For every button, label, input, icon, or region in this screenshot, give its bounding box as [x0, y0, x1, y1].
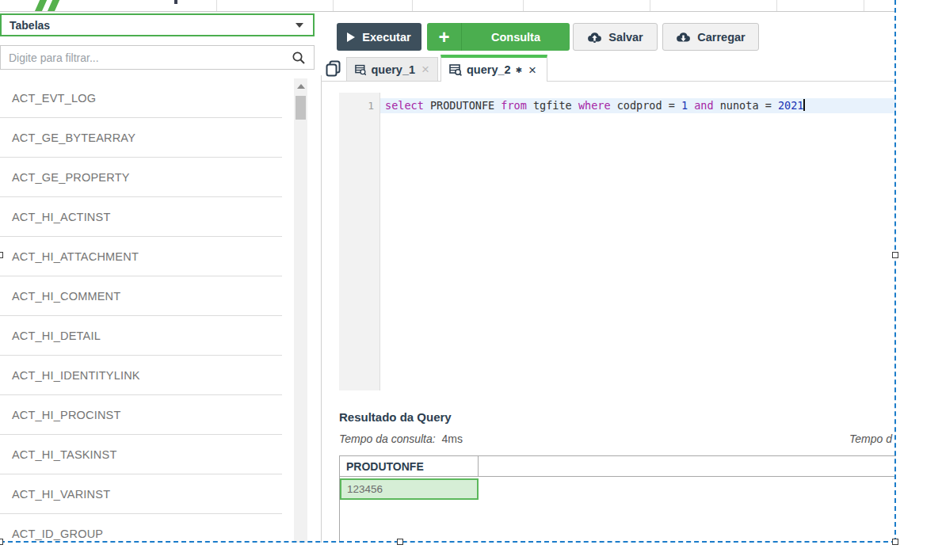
tab-label: query_1 — [371, 63, 415, 76]
table-list-item[interactable]: ACT_HI_COMMENT — [0, 276, 282, 316]
nav-divider — [216, 0, 217, 11]
filter-input[interactable] — [1, 51, 292, 64]
marquee-handle[interactable] — [892, 539, 898, 545]
table-list-item[interactable]: ACT_HI_ACTINST — [0, 197, 282, 237]
table-name: ACT_GE_BYTEARRAY — [12, 131, 135, 144]
sidebar-scrollbar-track[interactable] — [294, 78, 307, 543]
query-table-icon — [355, 63, 366, 76]
table-list-item[interactable]: ACT_ID_GROUP — [0, 514, 282, 543]
table-name: ACT_EVT_LOG — [12, 92, 96, 105]
table-name: ACT_HI_IDENTITYLINK — [12, 369, 140, 382]
table-list-item[interactable]: ACT_GE_BYTEARRAY — [0, 118, 282, 158]
table-name: ACT_HI_PROCINST — [12, 409, 121, 421]
logo-icon — [47, 0, 62, 12]
close-tab-icon[interactable]: × — [528, 63, 536, 77]
results-table-border — [339, 455, 896, 456]
results-cell-selected[interactable]: 123456 — [340, 478, 479, 500]
table-list-item[interactable]: ACT_HI_DETAIL — [0, 316, 282, 356]
query-time: Tempo da consulta: 4ms — [339, 432, 463, 445]
panel-divider — [321, 75, 322, 543]
text-cursor — [803, 99, 805, 111]
marquee-handle[interactable] — [0, 539, 3, 545]
table-name: ACT_HI_COMMENT — [12, 290, 120, 303]
plus-icon: + — [427, 23, 462, 51]
sql-token: = — [669, 99, 681, 112]
tab-query-2[interactable]: query_2 ✱ × — [440, 55, 547, 82]
execute-button-label: Executar — [362, 31, 410, 44]
sql-token: nunota — [714, 99, 765, 112]
save-button[interactable]: Salvar — [573, 23, 658, 51]
marquee-handle[interactable] — [0, 252, 3, 258]
nav-divider — [864, 0, 864, 11]
table-name: ACT_HI_DETAIL — [12, 330, 101, 342]
scrollbar-up-arrow-icon[interactable] — [297, 84, 305, 89]
close-tab-icon[interactable]: × — [421, 63, 429, 76]
load-button[interactable]: Carregar — [662, 23, 759, 51]
table-list-item[interactable]: ACT_HI_ATTACHMENT — [0, 237, 282, 276]
tables-list: ACT_EVT_LOG ACT_GE_BYTEARRAY ACT_GE_PROP… — [0, 78, 294, 543]
table-name: ACT_ID_GROUP — [12, 528, 103, 540]
sql-editor-line[interactable]: select PRODUTONFE from tgfite where codp… — [385, 99, 805, 112]
marquee-handle[interactable] — [892, 252, 898, 258]
tables-dropdown[interactable]: Tabelas — [0, 13, 315, 36]
filter-input-wrap — [0, 45, 315, 70]
table-list-item[interactable]: ACT_GE_PROPERTY — [0, 158, 282, 197]
sql-token: from — [501, 99, 527, 112]
nav-divider — [412, 0, 413, 11]
tabbar-border — [547, 81, 896, 82]
capture-marquee-right-edge[interactable] — [894, 0, 896, 543]
line-number: 1 — [339, 100, 374, 112]
sql-token: 2021 — [778, 99, 804, 112]
marquee-handle[interactable] — [397, 539, 403, 545]
results-title: Resultado da Query — [339, 410, 452, 424]
table-name: ACT_HI_TASKINST — [12, 448, 116, 461]
results-column-header[interactable]: PRODUTONFE — [346, 460, 424, 473]
table-list-item[interactable]: ACT_EVT_LOG — [0, 78, 282, 118]
nav-divider — [650, 0, 650, 11]
save-button-label: Salvar — [608, 31, 643, 44]
sql-token: codprod — [611, 99, 669, 112]
nav-divider — [776, 0, 777, 11]
results-table-border — [478, 455, 479, 477]
modified-indicator: ✱ — [516, 66, 522, 74]
cloud-upload-icon — [587, 32, 602, 43]
sql-token: and — [694, 99, 713, 112]
table-name: ACT_GE_PROPERTY — [12, 171, 130, 184]
nav-divider — [523, 0, 524, 11]
tabbar-border — [321, 81, 441, 82]
duplicate-tab-icon[interactable] — [324, 59, 342, 78]
table-name: ACT_HI_ACTINST — [12, 211, 110, 223]
query-table-icon — [449, 63, 462, 76]
sql-token: select — [385, 99, 424, 112]
editor-gutter — [339, 93, 380, 390]
logo-icon — [34, 0, 49, 12]
cloud-download-icon — [676, 32, 691, 43]
query-time-label: Tempo da consulta: — [339, 432, 436, 445]
capture-marquee-bottom-edge[interactable] — [0, 541, 896, 543]
table-list-item[interactable]: ACT_HI_VARINST — [0, 474, 282, 514]
sql-token: 1 — [681, 99, 688, 112]
table-list-item[interactable]: ACT_HI_PROCINST — [0, 395, 282, 435]
execute-button[interactable]: Executar — [337, 23, 421, 51]
sql-token: PRODUTONFE — [424, 99, 502, 112]
table-list-item[interactable]: ACT_HI_TASKINST — [0, 435, 282, 474]
sql-token: where — [578, 99, 611, 112]
sql-token: = — [765, 99, 778, 112]
table-name: ACT_HI_ATTACHMENT — [12, 250, 139, 263]
play-icon — [347, 32, 355, 42]
tab-label: query_2 — [467, 63, 511, 76]
table-name: ACT_HI_VARINST — [12, 488, 110, 501]
query-time-right-partial: Tempo d — [849, 432, 892, 445]
results-cell-value: 123456 — [347, 483, 383, 495]
results-table-border — [339, 476, 896, 477]
tab-query-1[interactable]: query_1 × — [346, 57, 438, 81]
chevron-down-icon — [296, 23, 303, 28]
sql-token: tgfite — [527, 99, 578, 112]
table-list-item[interactable]: ACT_HI_IDENTITYLINK — [0, 356, 282, 395]
new-query-button[interactable]: + Consulta — [427, 23, 570, 51]
sql-token — [688, 99, 694, 112]
search-icon — [292, 51, 306, 65]
top-nav-strip — [0, 0, 896, 12]
sidebar-scrollbar-thumb[interactable] — [296, 96, 306, 120]
tables-dropdown-value: Tabelas — [10, 19, 296, 32]
